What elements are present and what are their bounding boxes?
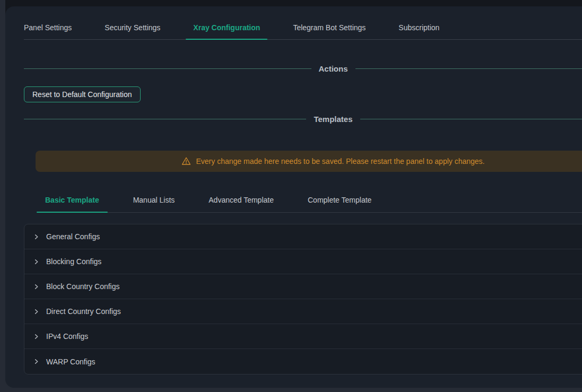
panel-general-configs[interactable]: General Configs [24, 224, 582, 249]
tab-basic-template[interactable]: Basic Template [37, 191, 108, 212]
template-tab-bar: Basic Template Manual Lists Advanced Tem… [37, 191, 582, 213]
divider-line [24, 119, 306, 119]
panel-label: IPv4 Configs [46, 332, 88, 341]
chevron-right-icon [33, 234, 39, 240]
tab-subscription[interactable]: Subscription [398, 20, 439, 39]
chevron-right-icon [33, 259, 39, 265]
panel-label: Direct Country Configs [46, 307, 121, 316]
panel-warp-configs[interactable]: WARP Configs [24, 349, 582, 374]
tab-manual-lists[interactable]: Manual Lists [125, 191, 184, 212]
chevron-right-icon [33, 284, 39, 290]
panel-label: Blocking Configs [46, 257, 101, 266]
panel-label: Block Country Configs [46, 282, 120, 291]
tab-advanced-template[interactable]: Advanced Template [200, 191, 282, 212]
tab-complete-template[interactable]: Complete Template [299, 191, 380, 212]
tab-panel-settings[interactable]: Panel Settings [24, 20, 72, 39]
tab-telegram-bot-settings[interactable]: Telegram Bot Settings [293, 20, 366, 39]
chevron-right-icon [33, 359, 39, 364]
templates-section-title: Templates [306, 115, 360, 124]
chevron-right-icon [33, 334, 39, 339]
divider-line [355, 68, 582, 69]
panel-ipv4-configs[interactable]: IPv4 Configs [24, 324, 582, 349]
restart-warning-text: Every change made here needs to be saved… [196, 157, 484, 165]
panel-label: General Configs [46, 232, 100, 241]
config-collapse-list: General Configs Blocking Configs Block C… [24, 224, 582, 374]
panel-block-country-configs[interactable]: Block Country Configs [24, 274, 582, 299]
panel-direct-country-configs[interactable]: Direct Country Configs [24, 299, 582, 324]
tab-xray-configuration[interactable]: Xray Configuration [193, 20, 260, 39]
actions-section-divider: Actions [24, 63, 582, 74]
restart-warning-alert: Every change made here needs to be saved… [36, 151, 582, 172]
reset-to-default-button[interactable]: Reset to Default Configuration [24, 86, 141, 102]
panel-label: WARP Configs [46, 358, 95, 366]
chevron-right-icon [33, 309, 39, 315]
templates-section-divider: Templates [24, 114, 582, 124]
warning-icon [181, 156, 191, 166]
actions-section-title: Actions [311, 64, 355, 73]
settings-tab-bar: Panel Settings Security Settings Xray Co… [24, 20, 582, 40]
divider-line [24, 68, 311, 69]
tab-security-settings[interactable]: Security Settings [105, 20, 160, 39]
divider-line [360, 119, 582, 119]
panel-blocking-configs[interactable]: Blocking Configs [24, 249, 582, 274]
settings-card: Panel Settings Security Settings Xray Co… [5, 6, 582, 388]
